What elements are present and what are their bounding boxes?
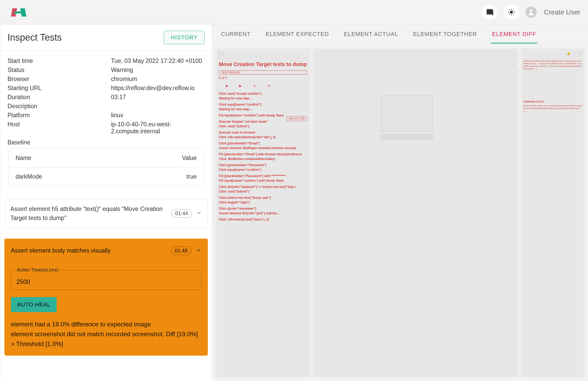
- detail-label-description: Description: [8, 103, 111, 110]
- baseline-row-value: true: [160, 173, 197, 180]
- chat-icon[interactable]: [482, 4, 497, 20]
- baseline-row: darkMode true: [9, 167, 203, 186]
- diff-step-line[interactable]: Click :text("Accept cookies"): [216, 91, 310, 96]
- diff-step-line[interactable]: Click [placeholder="Password"]: [216, 163, 310, 167]
- svg-point-1: [510, 11, 513, 14]
- detail-label-platform: Platform: [8, 112, 111, 119]
- diff-step-line[interactable]: Click :nth-match(button[role="tab"], 2): [216, 135, 310, 140]
- diff-step-line[interactable]: Assert element div[role="grid"] matche…: [216, 211, 310, 216]
- error-text-line: element had a 19.0% difference to expect…: [11, 319, 201, 329]
- diff-step-line[interactable]: Fill [placeholder="Email"] with thomas+d…: [216, 152, 310, 157]
- baseline-name-header: Name: [16, 155, 160, 162]
- tab-element-diff[interactable]: ELEMENT DIFF: [491, 26, 537, 43]
- detail-label-duration: Duration: [8, 94, 111, 101]
- detail-value-starting-url: https://reflow:dev@dev.reflow.io: [111, 85, 205, 92]
- detail-label-host: Host: [8, 121, 111, 135]
- diff-step-line[interactable]: Execute code in browser: [216, 130, 310, 135]
- detail-value-host: ip-10-0-40-70.eu-west-2.compute.internal: [111, 121, 205, 135]
- chevron-down-icon[interactable]: [196, 210, 202, 217]
- diff-css-header: chatroom.cycle {: [522, 100, 584, 103]
- svg-rect-0: [14, 11, 23, 13]
- diff-css-text: MuiList-root{list-style:none;margin:0;pa…: [522, 103, 584, 114]
- close-icon[interactable]: ✕: [253, 84, 256, 88]
- diff-step-line[interactable]: Click div[role="tabpanel"] >> button:has…: [216, 185, 310, 189]
- diff-step-line[interactable]: Assert element .MuiPaper-rounded matches…: [216, 146, 310, 150]
- diff-title: Move Creation Target tests to dump: [216, 58, 310, 69]
- diff-topbar: 🔔 ☾ ◯: [522, 49, 584, 58]
- diff-step-line[interactable]: Fill input[name="confirm"] with Dump Tea…: [216, 178, 310, 183]
- play-icon[interactable]: ▶: [239, 84, 242, 88]
- avatar[interactable]: [525, 6, 537, 18]
- detail-value-browser: chromium: [111, 76, 205, 83]
- detail-value-platform: linux: [111, 112, 205, 119]
- diff-step-list: Click :text("Accept cookies")Waiting for…: [216, 91, 310, 222]
- diff-step-line[interactable]: Waiting for new step…: [216, 107, 310, 112]
- diff-right-column: 🔔 ☾ ◯ position:absolute;white-space:nowr…: [522, 49, 584, 377]
- logo: [11, 6, 26, 19]
- action-timeout-input[interactable]: [11, 270, 201, 290]
- detail-value-duration: 03:17: [111, 94, 205, 101]
- create-user-link[interactable]: Create User: [544, 8, 580, 16]
- detail-value-status: Warning: [111, 67, 205, 74]
- tab-element-together[interactable]: ELEMENT TOGETHER: [412, 26, 478, 43]
- theme-toggle-icon[interactable]: [504, 4, 519, 20]
- test-step-time: 01:44: [171, 209, 192, 218]
- action-timeout-field[interactable]: Action Timeout (ms): [11, 270, 201, 290]
- page-title: Inspect Tests: [8, 32, 62, 43]
- tabs: CURRENT ELEMENT EXPECTED ELEMENT ACTUAL …: [212, 25, 588, 45]
- add-action-button[interactable]: ADD ACTION: [286, 116, 307, 121]
- test-step-text: Assert element body matches visually: [11, 246, 167, 255]
- diff-logo-icon: [219, 52, 224, 55]
- tab-current[interactable]: CURRENT: [220, 26, 252, 43]
- baseline-row-name: darkMode: [16, 173, 160, 180]
- diff-topbar: [216, 49, 310, 58]
- history-button[interactable]: HISTORY: [164, 31, 205, 44]
- auto-heal-button[interactable]: AUTO HEAL: [11, 297, 57, 312]
- test-step[interactable]: Assert element h5 attribute "text()" equ…: [4, 199, 208, 228]
- baseline-value-header: Value: [160, 155, 197, 162]
- diff-pill: TEST RUN EN: [219, 70, 307, 75]
- diff-step-line[interactable]: Click a[role="menuitem"]: [216, 206, 310, 211]
- diff-step-line[interactable]: Click [placeholder="Email"]: [216, 141, 310, 146]
- bell-icon[interactable]: 🔔: [567, 52, 570, 55]
- error-text-line: element screenshot did not match recorde…: [11, 329, 201, 349]
- diff-step-line[interactable]: Fill [placeholder="Password"] with *****…: [216, 174, 310, 178]
- chevron-up-icon[interactable]: [196, 247, 201, 254]
- stop-icon[interactable]: ■: [226, 84, 228, 88]
- baseline-label: Baseline: [8, 139, 205, 146]
- avatar-icon[interactable]: ◯: [578, 52, 581, 55]
- diff-step-line[interactable]: Click input[name="confirm"]: [216, 167, 310, 172]
- svg-line-5: [513, 14, 513, 14]
- svg-line-4: [509, 10, 510, 10]
- test-step-header[interactable]: Assert element body matches visually 01:…: [5, 239, 208, 262]
- left-pane: Inspect Tests HISTORY Start timeTue, 03 …: [0, 25, 212, 381]
- diff-css-text: position:absolute;white-space:nowrap;wor…: [522, 58, 584, 72]
- diff-step-line[interactable]: Click :nth-match(:text("Users"), 2): [216, 217, 310, 222]
- test-step-time: 01:48: [171, 246, 192, 255]
- detail-value-description: [111, 103, 205, 110]
- refresh-icon[interactable]: ⟲: [267, 84, 270, 88]
- detail-label-status: Status: [8, 67, 111, 74]
- diff-step-line[interactable]: Click :text("Submit"): [216, 189, 310, 194]
- diff-subtitle: 0 of 3: [216, 76, 310, 81]
- topbar: Create User: [0, 0, 588, 25]
- svg-line-8: [509, 14, 510, 14]
- diff-step-line[interactable]: Click img[alt="logo"]: [216, 200, 310, 205]
- right-pane: CURRENT ELEMENT EXPECTED ELEMENT ACTUAL …: [212, 25, 588, 381]
- diff-step-line[interactable]: Click input[name="confirm"]: [216, 102, 310, 107]
- tab-element-expected[interactable]: ELEMENT EXPECTED: [265, 26, 330, 43]
- close-icon[interactable]: ×: [511, 62, 513, 67]
- theme-icon[interactable]: ☾: [573, 52, 576, 55]
- diff-step-line[interactable]: Click :text("Submit"): [216, 124, 310, 129]
- baseline-table: Name Value darkMode true: [9, 149, 204, 186]
- tab-element-actual[interactable]: ELEMENT ACTUAL: [343, 26, 399, 43]
- action-timeout-label: Action Timeout (ms): [15, 267, 60, 273]
- diff-left-column: Move Creation Target tests to dump TEST …: [216, 49, 310, 377]
- diff-step-line[interactable]: Waiting for new step…: [216, 96, 310, 101]
- test-details: Start timeTue, 03 May 2022 17:22:40 +010…: [0, 51, 212, 196]
- diff-step-line[interactable]: Click button:has-text("Dump user"): [216, 195, 310, 200]
- detail-value-start-time: Tue, 03 May 2022 17:22:40 +0100: [111, 57, 205, 64]
- diff-mid-column: ◦ ×: [314, 49, 518, 377]
- test-step-warning: Assert element body matches visually 01:…: [4, 239, 208, 356]
- diff-step-line[interactable]: Click .MuiButton-containedSecondary: [216, 157, 310, 161]
